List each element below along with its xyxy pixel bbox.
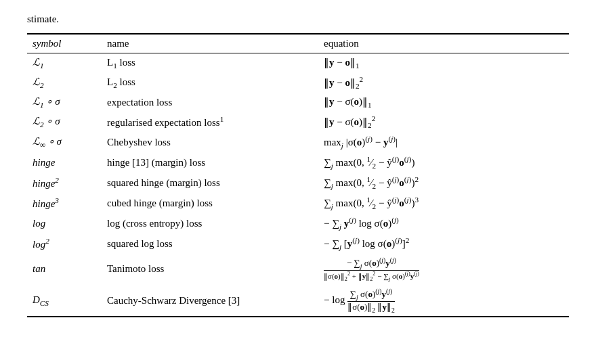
cell-equation: ∑j max(0, 1⁄2 − ŷ(j)o(j))2	[318, 173, 569, 193]
cell-symbol: tan	[27, 254, 102, 285]
table-row: hingehinge [13] (margin) loss∑j max(0, 1…	[27, 152, 569, 173]
cell-name: Chebyshev loss	[102, 132, 318, 152]
cell-name: log (cross entropy) loss	[102, 213, 318, 233]
header-symbol: symbol	[27, 34, 102, 53]
cell-name: L1 loss	[102, 53, 318, 73]
cell-symbol: ℒ1	[27, 53, 102, 73]
cell-symbol: ℒ1 ∘ σ	[27, 93, 102, 112]
cell-symbol: ℒ2	[27, 72, 102, 93]
cell-name: hinge [13] (margin) loss	[102, 152, 318, 173]
table-row: hinge3cubed hinge (margin) loss∑j max(0,…	[27, 193, 569, 213]
cell-name: expectation loss	[102, 93, 318, 112]
cell-equation: ∑j max(0, 1⁄2 − ŷ(j)o(j))3	[318, 193, 569, 213]
cell-name: squared hinge (margin) loss	[102, 173, 318, 193]
header-equation: equation	[318, 34, 569, 53]
header-name: name	[102, 34, 318, 53]
cell-symbol: DCS	[27, 285, 102, 317]
table-row: ℒ2 ∘ σregularised expectation loss1‖y − …	[27, 112, 569, 132]
intro-text: stimate.	[27, 14, 569, 25]
cell-name: Cauchy-Schwarz Divergence [3]	[102, 285, 318, 317]
cell-equation: ‖y − o‖1	[318, 53, 569, 73]
cell-name: Tanimoto loss	[102, 254, 318, 285]
cell-symbol: log2	[27, 233, 102, 254]
cell-symbol: hinge2	[27, 173, 102, 193]
cell-name: L2 loss	[102, 72, 318, 93]
cell-equation: maxj |σ(o)(j) − y(j)|	[318, 132, 569, 152]
cell-equation: − ∑j [y(j) log σ(o)(j)]2	[318, 233, 569, 254]
table-row: loglog (cross entropy) loss− ∑j y(j) log…	[27, 213, 569, 233]
table-row: tanTanimoto loss − ∑j σ(o)(j)y(j) ‖σ(o)‖…	[27, 254, 569, 285]
cell-equation: − ∑j y(j) log σ(o)(j)	[318, 213, 569, 233]
table-row: DCSCauchy-Schwarz Divergence [3] − log ∑…	[27, 285, 569, 317]
table-row: hinge2squared hinge (margin) loss∑j max(…	[27, 173, 569, 193]
cell-equation: − ∑j σ(o)(j)y(j) ‖σ(o)‖22 + ‖y‖22 − ∑j σ…	[318, 254, 569, 285]
cell-symbol: ℒ∞ ∘ σ	[27, 132, 102, 152]
cell-name: cubed hinge (margin) loss	[102, 193, 318, 213]
table-row: log2squared log loss− ∑j [y(j) log σ(o)(…	[27, 233, 569, 254]
table-row: ℒ∞ ∘ σChebyshev lossmaxj |σ(o)(j) − y(j)…	[27, 132, 569, 152]
cell-equation: ‖y − σ(o)‖22	[318, 112, 569, 132]
cell-symbol: hinge3	[27, 193, 102, 213]
cell-symbol: log	[27, 213, 102, 233]
cell-symbol: hinge	[27, 152, 102, 173]
cell-symbol: ℒ2 ∘ σ	[27, 112, 102, 132]
cell-equation: ∑j max(0, 1⁄2 − ŷ(j)o(j))	[318, 152, 569, 173]
cell-equation: ‖y − o‖22	[318, 72, 569, 93]
cell-name: squared log loss	[102, 233, 318, 254]
cell-equation: ‖y − σ(o)‖1	[318, 93, 569, 112]
cell-equation: − log ∑j σ(o)(j)y(j) ‖σ(o)‖2 ‖y‖2	[318, 285, 569, 317]
table-row: ℒ1 ∘ σexpectation loss‖y − σ(o)‖1	[27, 93, 569, 112]
table-row: ℒ2L2 loss‖y − o‖22	[27, 72, 569, 93]
table-row: ℒ1L1 loss‖y − o‖1	[27, 53, 569, 73]
loss-table: symbol name equation ℒ1L1 loss‖y − o‖1ℒ2…	[27, 33, 569, 317]
table-header-row: symbol name equation	[27, 34, 569, 53]
cell-name: regularised expectation loss1	[102, 112, 318, 132]
